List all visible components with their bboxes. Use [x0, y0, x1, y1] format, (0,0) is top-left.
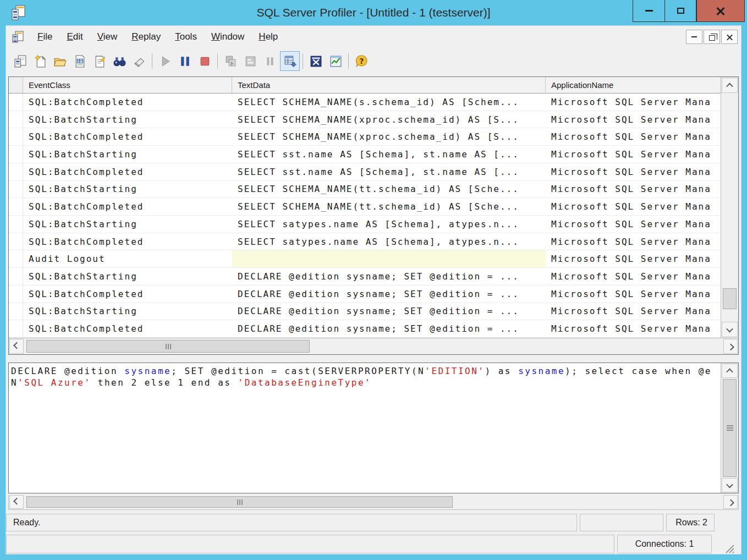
table-row[interactable]: SQL:BatchStartingDECLARE @edition sysnam… — [9, 303, 721, 321]
table-row[interactable]: SQL:BatchCompletedSELECT SCHEMA_NAME(tt.… — [9, 198, 721, 216]
row-selector-cell[interactable] — [9, 181, 23, 198]
chevron-left-icon — [13, 342, 20, 349]
row-selector-cell[interactable] — [9, 163, 23, 180]
row-selector-cell[interactable] — [9, 146, 23, 163]
row-selector-cell[interactable] — [9, 198, 23, 215]
table-row[interactable]: SQL:BatchCompletedSELECT satypes.name AS… — [9, 233, 721, 251]
menu-item-tools[interactable]: Tools — [168, 28, 204, 45]
sql-detail-text[interactable]: DECLARE @edition sysname; SET @edition =… — [9, 363, 721, 493]
pause-icon — [178, 54, 192, 68]
table-row[interactable]: SQL:BatchStartingSELECT sst.name AS [Sch… — [9, 146, 721, 163]
row-selector-cell[interactable] — [9, 250, 23, 267]
trace-status-bar: Ready. Rows: 2 — [6, 513, 741, 532]
resize-grip[interactable] — [715, 535, 734, 553]
new-trace-button[interactable] — [10, 51, 30, 71]
menu-item-view[interactable]: View — [90, 28, 125, 45]
menu-item-file[interactable]: File — [30, 28, 59, 45]
detail-horizontal-scrollbar[interactable] — [8, 495, 739, 510]
table-row[interactable]: SQL:BatchCompletedSELECT sst.name AS [Sc… — [9, 163, 721, 181]
row-selector-cell[interactable] — [9, 94, 23, 111]
menu-item-replay[interactable]: Replay — [124, 28, 168, 45]
table-row[interactable]: SQL:BatchCompletedDECLARE @edition sysna… — [9, 320, 721, 338]
mdi-minimize-button[interactable] — [686, 30, 702, 44]
scroll-up-button[interactable] — [722, 78, 738, 93]
new-document-icon — [34, 54, 47, 68]
row-selector-cell[interactable] — [9, 303, 23, 320]
applicationname-cell: Microsoft SQL Server Mana — [546, 268, 721, 285]
row-selector-cell[interactable] — [9, 128, 23, 145]
grid-horizontal-scrollbar[interactable] — [9, 338, 738, 354]
table-row[interactable]: SQL:BatchStartingSELECT satypes.name AS … — [9, 216, 721, 233]
sql-token-plain: ); select case when @e — [565, 366, 712, 376]
toolbar: ? — [6, 48, 741, 74]
run-to-cursor-button[interactable] — [240, 51, 260, 71]
column-header-textdata[interactable]: TextData — [232, 77, 546, 93]
menu-item-window[interactable]: Window — [204, 28, 251, 45]
scroll-right-button[interactable] — [723, 495, 738, 509]
detail-vertical-scrollbar[interactable] — [721, 363, 738, 493]
table-row[interactable]: SQL:BatchStartingSELECT SCHEMA_NAME(tt.s… — [9, 181, 721, 199]
chart-button[interactable] — [326, 51, 345, 71]
pause-button[interactable] — [175, 51, 195, 71]
row-selector-cell[interactable] — [9, 233, 23, 250]
organize-columns-icon — [309, 54, 323, 68]
grid-header: EventClass TextData ApplicationName — [9, 77, 721, 94]
column-header-eventclass[interactable]: EventClass — [23, 77, 232, 93]
applicationname-cell: Microsoft SQL Server Mana — [546, 250, 721, 267]
toolbar-separator — [348, 53, 349, 69]
mdi-document-icon[interactable] — [12, 30, 25, 43]
app-icon — [11, 4, 26, 21]
new-document-button[interactable] — [30, 51, 50, 71]
row-selector-cell[interactable] — [9, 320, 23, 337]
titlebar[interactable]: SQL Server Profiler - [Untitled - 1 (tes… — [0, 0, 747, 25]
detail-vscroll-thumb[interactable] — [723, 379, 737, 477]
stop-button[interactable] — [195, 51, 215, 71]
textdata-cell — [232, 250, 546, 267]
column-header-applicationname[interactable]: ApplicationName — [546, 77, 721, 93]
grid-vertical-scrollbar[interactable] — [721, 77, 738, 338]
mdi-close-button[interactable] — [721, 30, 738, 44]
close-button[interactable] — [696, 0, 745, 22]
scroll-left-button[interactable] — [9, 339, 24, 354]
row-selector-cell[interactable] — [9, 216, 23, 233]
minimize-button[interactable] — [633, 0, 664, 22]
grid-hscroll-thumb[interactable] — [26, 340, 310, 353]
menu-item-edit[interactable]: Edit — [59, 28, 90, 45]
maximize-button[interactable] — [664, 0, 696, 22]
table-row[interactable]: Audit LogoutMicrosoft SQL Server Mana — [9, 250, 721, 268]
scroll-up-button[interactable] — [722, 364, 738, 378]
row-selector-cell[interactable] — [9, 111, 23, 128]
row-selector-cell[interactable] — [9, 286, 23, 303]
table-row[interactable]: SQL:BatchCompletedSELECT SCHEMA_NAME(s.s… — [9, 94, 721, 111]
execute-step-button[interactable] — [221, 51, 240, 71]
toggle-breakpoint-button[interactable] — [260, 51, 280, 71]
table-row[interactable]: SQL:BatchCompletedDECLARE @edition sysna… — [9, 286, 721, 303]
textdata-cell: SELECT SCHEMA_NAME(tt.schema_id) AS [Sch… — [232, 198, 546, 215]
scroll-down-button[interactable] — [722, 322, 738, 337]
table-row[interactable]: SQL:BatchStartingDECLARE @edition sysnam… — [9, 268, 721, 286]
scroll-left-button[interactable] — [9, 495, 24, 509]
sql-detail-panel[interactable]: DECLARE @edition sysname; SET @edition =… — [8, 363, 739, 493]
table-row[interactable]: SQL:BatchStartingSELECT SCHEMA_NAME(xpro… — [9, 111, 721, 129]
grid-vscroll-thumb[interactable] — [723, 288, 737, 309]
organize-columns-button[interactable] — [306, 51, 326, 71]
mdi-restore-icon — [709, 35, 715, 41]
scroll-right-button[interactable] — [723, 339, 738, 354]
table-row[interactable]: SQL:BatchCompletedSELECT SCHEMA_NAME(xpr… — [9, 128, 721, 146]
row-selector-header[interactable] — [9, 77, 23, 93]
detail-hscroll-thumb[interactable] — [26, 496, 453, 508]
clear-trace-button[interactable] — [129, 51, 149, 71]
properties-button[interactable] — [90, 51, 109, 71]
auto-scroll-button[interactable] — [280, 51, 300, 71]
scroll-down-button[interactable] — [722, 478, 738, 492]
open-folder-button[interactable] — [50, 51, 70, 71]
open-trace-table-button[interactable] — [70, 51, 90, 71]
menu-item-help[interactable]: Help — [251, 28, 285, 45]
applicationname-cell: Microsoft SQL Server Mana — [546, 303, 721, 320]
row-selector-cell[interactable] — [9, 268, 23, 285]
help-button[interactable]: ? — [351, 51, 371, 71]
chevron-up-icon — [726, 83, 733, 90]
mdi-restore-button[interactable] — [704, 30, 720, 44]
find-button[interactable] — [109, 51, 129, 71]
start-replay-button[interactable] — [155, 51, 175, 71]
